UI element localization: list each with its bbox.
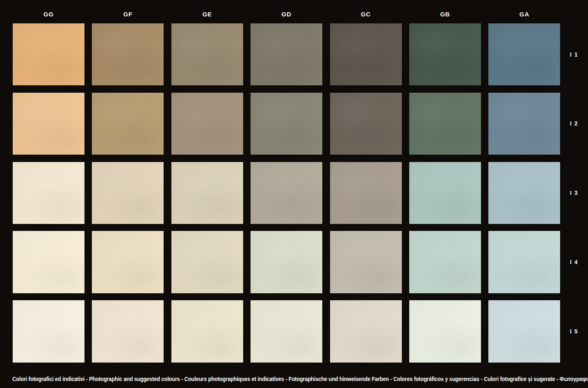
column-headers: GGGFGEGDGCGBGA <box>13 11 560 18</box>
row-labels: I 1I 2I 3I 4I 5 <box>560 23 588 363</box>
swatch-ga-i3 <box>488 162 560 224</box>
swatch-ge-i3 <box>171 162 243 224</box>
swatch-gc-i4 <box>330 231 402 293</box>
column-header-ge: GE <box>171 11 243 18</box>
swatch-gg-i3 <box>13 162 84 224</box>
row-label-i4: I 4 <box>560 231 588 293</box>
color-chart-page: GGGFGEGDGCGBGA I 1I 2I 3I 4I 5 Colori fo… <box>0 0 588 388</box>
swatch-ge-i1 <box>171 23 243 85</box>
row-label-i1: I 1 <box>560 23 588 85</box>
swatch-gd-i3 <box>251 162 322 224</box>
column-header-gf: GF <box>92 11 164 18</box>
swatch-gb-i3 <box>409 162 481 224</box>
column-header-ga: GA <box>488 11 560 18</box>
row-label-i2: I 2 <box>560 93 588 155</box>
row-label-i5: I 5 <box>560 300 588 362</box>
swatch-ge-i5 <box>171 300 243 362</box>
swatch-gg-i1 <box>13 23 84 85</box>
swatch-gb-i2 <box>409 93 481 155</box>
swatch-gb-i1 <box>409 23 481 85</box>
swatch-gc-i1 <box>330 23 402 85</box>
swatch-gc-i5 <box>330 300 402 362</box>
row-label-i3: I 3 <box>560 162 588 224</box>
swatch-ga-i4 <box>488 231 560 293</box>
swatch-gd-i4 <box>251 231 322 293</box>
swatch-gb-i4 <box>409 231 481 293</box>
swatch-ga-i2 <box>488 93 560 155</box>
column-header-gb: GB <box>409 11 481 18</box>
swatch-gf-i5 <box>92 300 164 362</box>
swatch-gc-i3 <box>330 162 402 224</box>
swatch-gb-i5 <box>409 300 481 362</box>
column-header-gc: GC <box>330 11 402 18</box>
swatch-gf-i1 <box>92 23 164 85</box>
swatch-gf-i2 <box>92 93 164 155</box>
swatch-ge-i4 <box>171 231 243 293</box>
column-header-gd: GD <box>251 11 322 18</box>
swatch-gf-i3 <box>92 162 164 224</box>
caption-text: Colori fotografici ed indicativi - Photo… <box>12 375 588 383</box>
swatch-gd-i1 <box>251 23 322 85</box>
swatch-ga-i5 <box>488 300 560 362</box>
swatch-gd-i5 <box>251 300 322 362</box>
swatch-grid <box>13 23 560 363</box>
swatch-ga-i1 <box>488 23 560 85</box>
swatch-gg-i2 <box>13 93 84 155</box>
swatch-gf-i4 <box>92 231 164 293</box>
swatch-gd-i2 <box>251 93 322 155</box>
swatch-gg-i5 <box>13 300 84 362</box>
swatch-gg-i4 <box>13 231 84 293</box>
swatch-ge-i2 <box>171 93 243 155</box>
swatch-gc-i2 <box>330 93 402 155</box>
column-header-gg: GG <box>13 11 84 18</box>
